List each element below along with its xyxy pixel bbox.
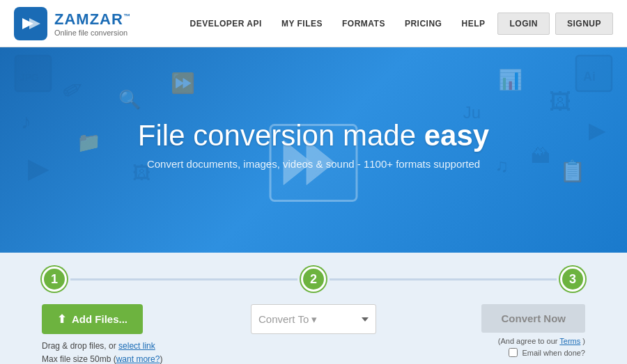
- deco-music-right-icon: ♫: [495, 155, 509, 177]
- controls-row: ⬆ Add Files... Drag & drop files, or sel…: [42, 304, 585, 364]
- add-files-button[interactable]: ⬆ Add Files...: [42, 304, 143, 334]
- max-size-text: Max file size 50mb (: [42, 354, 116, 364]
- nav-developer-api[interactable]: DEVELOPER API: [183, 15, 268, 33]
- step-2-circle: 2: [301, 267, 326, 292]
- deco-music-icon: ♪: [21, 110, 31, 134]
- hero-title: File conversion made easy: [138, 119, 489, 152]
- logo-name-text: ZAMZAR: [54, 10, 123, 28]
- step2-area: Convert To ▾: [223, 304, 404, 334]
- svg-text:Ai: Ai: [583, 70, 596, 84]
- nav-pricing[interactable]: PRICING: [398, 15, 449, 33]
- max-size-close: ): [160, 354, 162, 364]
- nav-my-files[interactable]: MY FILES: [274, 15, 330, 33]
- add-files-label: Add Files...: [72, 313, 127, 325]
- nav-help[interactable]: HELP: [454, 15, 492, 33]
- email-checkbox[interactable]: [509, 348, 518, 357]
- hero-subtitle: Convert documents, images, videos & soun…: [147, 158, 480, 170]
- svg-text:JPG: JPG: [20, 72, 39, 83]
- deco-image-icon-right: 🖼: [549, 89, 571, 115]
- logo-tm: ™: [123, 12, 131, 19]
- terms-close: ): [582, 337, 585, 345]
- svg-rect-4: [576, 56, 612, 91]
- login-button[interactable]: LOGIN: [497, 13, 550, 35]
- svg-rect-2: [15, 56, 51, 91]
- drag-drop-text: Drag & drop files, or select link Max fi…: [42, 340, 162, 364]
- steps-row: 1 2 3: [42, 267, 585, 292]
- hero-title-bold: easy: [424, 119, 489, 152]
- conversion-panel: 1 2 3 ⬆ Add Files... Drag & drop files, …: [0, 253, 627, 364]
- email-row: Email when done?: [509, 348, 585, 357]
- svg-marker-1: [29, 18, 40, 29]
- nav-formats[interactable]: FORMATS: [335, 15, 392, 33]
- hero-title-plain: File conversion made: [138, 119, 424, 152]
- main-nav: DEVELOPER API MY FILES FORMATS PRICING H…: [183, 13, 613, 35]
- upload-icon: ⬆: [57, 312, 66, 326]
- email-label: Email when done?: [522, 349, 585, 357]
- header: ZAMZAR™ Online file conversion DEVELOPER…: [0, 0, 627, 47]
- signup-button[interactable]: SIGNUP: [555, 13, 613, 35]
- deco-play-right-icon: ▶: [589, 117, 606, 143]
- convert-now-button[interactable]: Convert Now: [481, 304, 585, 333]
- terms-static: (And agree to our: [498, 337, 558, 345]
- logo-area: ZAMZAR™ Online file conversion: [14, 7, 131, 40]
- step3-area: Convert Now (And agree to our Terms ) Em…: [404, 304, 585, 357]
- drag-text-static: Drag & drop files, or: [42, 341, 116, 351]
- step-line-1: [70, 278, 297, 280]
- step-3-circle: 3: [560, 267, 585, 292]
- deco-copy-icon: 📋: [559, 159, 585, 183]
- hero-section: JPG ✏ ♪ ▶ 📁 🔍 🖼 ⏩ ✉ Ai 🖼 📊 ▶ 🏔 ♫ 📋 Ju: [0, 47, 627, 253]
- step-1-circle: 1: [42, 267, 67, 292]
- deco-forward-icon: ⏩: [171, 72, 195, 95]
- deco-jpg-icon: JPG: [14, 54, 52, 100]
- deco-folder-icon: 📁: [77, 131, 101, 154]
- deco-search-icon: 🔍: [118, 89, 141, 111]
- deco-pencil-icon: ✏: [57, 72, 90, 107]
- terms-text: (And agree to our Terms ): [498, 337, 585, 345]
- convert-to-select[interactable]: Convert To ▾: [251, 304, 376, 334]
- logo-name: ZAMZAR™: [54, 10, 131, 29]
- terms-link[interactable]: Terms: [559, 337, 580, 345]
- deco-play-icon: ▶: [28, 152, 49, 184]
- want-more-link[interactable]: want more?: [116, 354, 160, 364]
- logo-text: ZAMZAR™ Online file conversion: [54, 10, 131, 37]
- zamzar-logo-icon: [14, 7, 47, 40]
- logo-sub: Online file conversion: [54, 29, 131, 37]
- deco-photo-icon: 🏔: [531, 145, 550, 168]
- deco-ai-icon: Ai: [575, 54, 613, 100]
- step-line-2: [330, 278, 557, 280]
- step1-area: ⬆ Add Files... Drag & drop files, or sel…: [42, 304, 223, 364]
- deco-chart-icon: 📊: [498, 68, 522, 91]
- select-link[interactable]: select link: [118, 341, 155, 351]
